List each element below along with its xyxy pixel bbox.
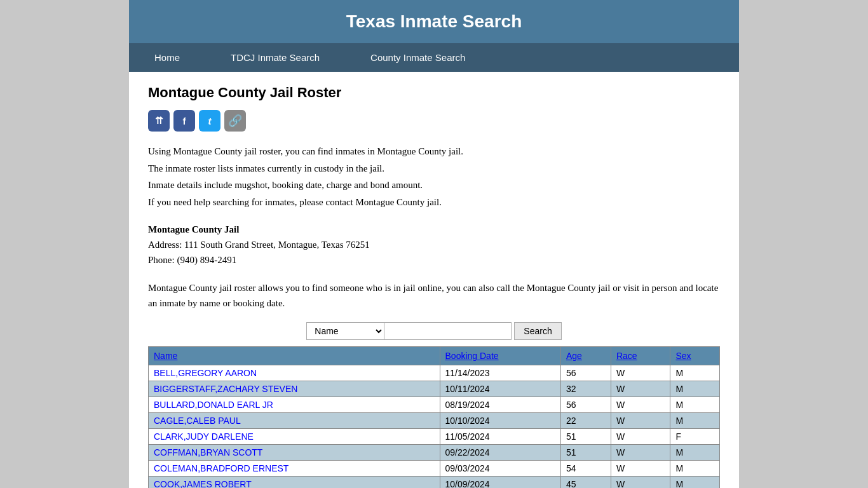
jail-phone: Phone: (940) 894-2491 <box>148 252 720 268</box>
search-select[interactable]: Name Booking Date <box>306 322 384 340</box>
inmate-race: W <box>611 397 670 413</box>
inmates-table: Name Booking Date Age Race Sex <box>148 346 720 488</box>
twitter-icon[interactable]: t <box>199 110 220 132</box>
col-header-name: Name <box>149 347 440 365</box>
col-name-link[interactable]: Name <box>154 351 177 361</box>
extra-description: Montague County jail roster allows you t… <box>148 280 720 311</box>
table-row: COOK,JAMES ROBERT10/09/202445WM <box>149 477 720 489</box>
nav-tdcj[interactable]: TDCJ Inmate Search <box>205 43 345 72</box>
col-header-age: Age <box>560 347 611 365</box>
table-row: CAGLE,CALEB PAUL10/10/202422WM <box>149 413 720 429</box>
nav-county[interactable]: County Inmate Search <box>345 43 491 72</box>
inmate-sex: M <box>670 445 720 461</box>
site-title: Texas Inmate Search <box>142 11 726 32</box>
inmate-age: 51 <box>560 429 611 445</box>
col-age-link[interactable]: Age <box>566 351 582 361</box>
inmate-sex: M <box>670 477 720 489</box>
table-row: COLEMAN,BRADFORD ERNEST09/03/202454WM <box>149 461 720 477</box>
inmate-sex: F <box>670 429 720 445</box>
share-icon[interactable]: ⇈ <box>148 110 170 132</box>
inmate-name-cell[interactable]: BIGGERSTAFF,ZACHARY STEVEN <box>149 381 440 397</box>
inmate-booking-date: 10/10/2024 <box>440 413 560 429</box>
social-icons: ⇈ f t 🔗 <box>148 110 720 132</box>
page-title: Montague County Jail Roster <box>148 85 720 101</box>
inmate-sex: M <box>670 381 720 397</box>
table-header-row: Name Booking Date Age Race Sex <box>149 347 720 365</box>
inmate-race: W <box>611 413 670 429</box>
desc-line-3: Inmate details include mugshot, booking … <box>148 178 720 193</box>
inmate-name-cell[interactable]: CAGLE,CALEB PAUL <box>149 413 440 429</box>
inmate-race: W <box>611 429 670 445</box>
inmate-sex: M <box>670 397 720 413</box>
inmate-booking-date: 09/22/2024 <box>440 445 560 461</box>
jail-info: Montague County Jail Address: 111 South … <box>148 222 720 268</box>
inmate-race: W <box>611 445 670 461</box>
inmate-sex: M <box>670 413 720 429</box>
inmate-race: W <box>611 477 670 489</box>
copy-link-icon[interactable]: 🔗 <box>224 110 246 132</box>
jail-name: Montague County Jail <box>148 222 720 237</box>
inmate-race: W <box>611 461 670 477</box>
site-header: Texas Inmate Search <box>129 0 739 43</box>
inmate-name-cell[interactable]: CLARK,JUDY DARLENE <box>149 429 440 445</box>
inmate-sex: M <box>670 461 720 477</box>
inmate-name-cell[interactable]: COFFMAN,BRYAN SCOTT <box>149 445 440 461</box>
col-header-sex: Sex <box>670 347 720 365</box>
inmate-age: 56 <box>560 397 611 413</box>
facebook-icon[interactable]: f <box>173 110 195 132</box>
jail-address: Address: 111 South Grand Street, Montagu… <box>148 237 720 252</box>
inmate-age: 22 <box>560 413 611 429</box>
nav-home[interactable]: Home <box>129 43 205 72</box>
col-header-race: Race <box>611 347 670 365</box>
inmate-age: 32 <box>560 381 611 397</box>
search-bar: Name Booking Date Search <box>148 322 720 340</box>
inmate-race: W <box>611 365 670 381</box>
description-section: Using Montague County jail roster, you c… <box>148 144 720 209</box>
table-row: BIGGERSTAFF,ZACHARY STEVEN10/11/202432WM <box>149 381 720 397</box>
col-race-link[interactable]: Race <box>616 351 637 361</box>
inmate-booking-date: 11/05/2024 <box>440 429 560 445</box>
site-nav: Home TDCJ Inmate Search County Inmate Se… <box>129 43 739 72</box>
desc-line-2: The inmate roster lists inmates currentl… <box>148 161 720 176</box>
table-row: BULLARD,DONALD EARL JR08/19/202456WM <box>149 397 720 413</box>
col-sex-link[interactable]: Sex <box>675 351 691 361</box>
inmate-booking-date: 10/11/2024 <box>440 381 560 397</box>
inmate-sex: M <box>670 365 720 381</box>
main-content: Montague County Jail Roster ⇈ f t 🔗 Usin… <box>129 72 739 488</box>
inmate-name-cell[interactable]: COLEMAN,BRADFORD ERNEST <box>149 461 440 477</box>
inmate-age: 45 <box>560 477 611 489</box>
inmate-name-cell[interactable]: COOK,JAMES ROBERT <box>149 477 440 489</box>
table-row: COFFMAN,BRYAN SCOTT09/22/202451WM <box>149 445 720 461</box>
inmate-booking-date: 11/14/2023 <box>440 365 560 381</box>
col-header-booking: Booking Date <box>440 347 560 365</box>
inmate-race: W <box>611 381 670 397</box>
inmate-age: 56 <box>560 365 611 381</box>
inmate-name-cell[interactable]: BELL,GREGORY AARON <box>149 365 440 381</box>
inmate-booking-date: 09/03/2024 <box>440 461 560 477</box>
desc-line-4: If you need help searching for inmates, … <box>148 195 720 210</box>
inmate-booking-date: 10/09/2024 <box>440 477 560 489</box>
col-booking-link[interactable]: Booking Date <box>445 351 499 361</box>
inmate-booking-date: 08/19/2024 <box>440 397 560 413</box>
inmates-tbody: BELL,GREGORY AARON11/14/202356WMBIGGERST… <box>149 365 720 489</box>
inmate-age: 54 <box>560 461 611 477</box>
table-row: BELL,GREGORY AARON11/14/202356WM <box>149 365 720 381</box>
search-button[interactable]: Search <box>514 322 561 340</box>
inmate-age: 51 <box>560 445 611 461</box>
desc-line-1: Using Montague County jail roster, you c… <box>148 144 720 159</box>
inmate-name-cell[interactable]: BULLARD,DONALD EARL JR <box>149 397 440 413</box>
search-input[interactable] <box>384 322 512 340</box>
table-row: CLARK,JUDY DARLENE11/05/202451WF <box>149 429 720 445</box>
